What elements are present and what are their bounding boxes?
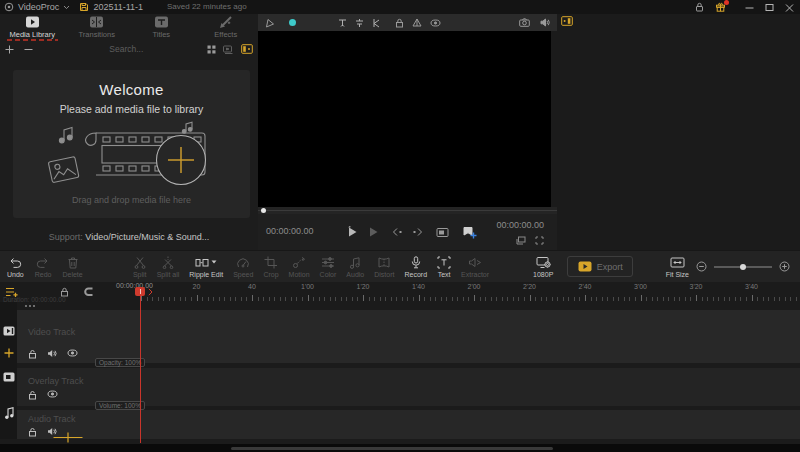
distort-button[interactable]: Distort [374,256,394,278]
volume-icon[interactable] [540,18,550,27]
split-button[interactable]: Split [133,256,147,278]
slider-thumb[interactable] [740,264,746,270]
remove-media-button[interactable] [24,45,33,54]
ruler-tick [702,297,703,301]
lock-icon[interactable] [395,18,404,28]
loop-mode-icon[interactable] [516,236,526,245]
motion-button[interactable]: Motion [289,256,310,278]
next-frame-button[interactable] [412,227,423,237]
video-track-lane[interactable]: Video Track [17,310,800,363]
tab-transitions[interactable]: Transitions [65,14,130,41]
ruler-tick [269,297,270,301]
add-marker-button[interactable] [462,226,475,238]
horizontal-scrollbar[interactable] [231,447,553,450]
crop-button[interactable]: Crop [263,256,278,278]
split-all-button[interactable]: Split all [157,256,180,278]
ripple-edit-button[interactable]: Ripple Edit [189,256,223,278]
play-in-out-button[interactable] [346,226,358,238]
inspector-panel-toggle-icon[interactable] [561,16,573,26]
lock-icon[interactable] [28,390,37,400]
grid-view-icon[interactable] [207,45,216,54]
speed-button[interactable]: Speed [233,256,253,278]
lock-icon[interactable] [28,427,37,437]
tab-effects[interactable]: Effects [194,14,259,41]
ruler-tick [263,297,264,301]
ruler-tick [324,297,325,301]
fullscreen-icon[interactable] [535,236,544,245]
lock-icon[interactable] [695,2,704,12]
ruler-tick [530,295,531,301]
preview-scrubber[interactable] [258,207,557,214]
search-input[interactable]: Search... [109,44,143,54]
crop-guide-icon-1[interactable] [338,18,347,28]
list-view-icon[interactable] [223,45,234,54]
gift-promo-icon[interactable] [715,2,726,12]
ruler-tick [613,297,614,301]
pyramid-icon[interactable] [412,18,422,27]
track-drag-handle[interactable] [25,305,35,307]
redo-button[interactable]: Redo [35,256,52,278]
play-button[interactable] [367,226,379,238]
ruler-tick [280,297,281,301]
ruler-tick [346,297,347,301]
ruler-tick [635,297,636,301]
ruler-label: 1'20 [356,283,369,290]
close-button[interactable] [785,3,794,12]
add-track-plus-icon[interactable] [53,432,83,443]
record-label: Record [404,271,427,278]
add-video-track-icon[interactable] [4,348,14,358]
marker-dot-blue[interactable] [304,20,310,26]
ruler-tick [180,297,181,301]
crop-guide-icon-2[interactable] [355,18,364,28]
welcome-subtitle: Please add media file to library [13,103,250,115]
minimize-button[interactable] [745,3,754,12]
video-viewport[interactable] [258,31,551,207]
zoom-out-icon[interactable] [696,261,707,272]
previous-frame-button[interactable] [392,227,403,237]
eye-icon[interactable] [430,19,441,27]
opacity-badge[interactable]: Opacity: 100% [95,358,145,367]
maximize-button[interactable] [765,3,774,12]
marker-dot-magenta[interactable] [318,20,324,26]
media-drop-zone[interactable]: Welcome Please add media file to library [13,70,250,218]
visibility-icon[interactable] [67,349,78,359]
ruler-tick [230,297,231,301]
text-button[interactable]: Text [437,256,451,278]
playhead-line[interactable] [140,295,141,443]
visibility-icon[interactable] [47,390,58,400]
chevron-down-icon[interactable] [63,5,70,10]
snapshot-button[interactable] [436,227,449,238]
ruler-tick [213,297,214,301]
timeline-zoom-slider[interactable] [714,262,772,272]
mute-icon[interactable] [47,349,57,359]
scrubber-handle[interactable] [261,208,266,213]
ruler-tick [607,297,608,301]
crop-guide-icon-3[interactable] [372,18,381,28]
audio-track-lane[interactable]: Audio Track [17,410,800,439]
tab-media-library[interactable]: Media Library [0,14,65,41]
record-button[interactable]: Record [404,256,427,278]
notification-badge [724,0,729,5]
panel-toggle-icon[interactable] [241,44,253,54]
volume-badge[interactable]: Volume: 100% [95,401,145,410]
fit-size-button[interactable]: Fit Size [666,256,689,278]
save-icon[interactable] [79,2,89,12]
undo-button[interactable]: Undo [7,256,24,278]
app-name[interactable]: VideoProc [18,2,59,12]
marker-dot-cyan[interactable] [289,19,296,26]
export-button[interactable]: Export [567,256,633,277]
audio-button[interactable]: Audio [346,256,364,278]
color-button[interactable]: Color [320,256,337,278]
pen-tool-icon[interactable] [265,18,275,28]
timeline-ruler[interactable]: 20401'001'201'402'002'202'403'003'203'40… [141,282,800,302]
add-media-button[interactable] [5,45,14,54]
extractor-button[interactable]: Extractor [461,256,489,278]
zoom-in-icon[interactable] [779,261,790,272]
lock-icon[interactable] [28,349,37,359]
ruler-tick [197,295,198,301]
delete-button[interactable]: Delete [62,256,82,278]
tab-titles[interactable]: Titles [129,14,194,41]
magnet-snap-icon[interactable] [83,286,94,297]
snapshot-camera-icon[interactable] [519,18,530,27]
resolution-button[interactable]: 1080P [533,256,553,278]
